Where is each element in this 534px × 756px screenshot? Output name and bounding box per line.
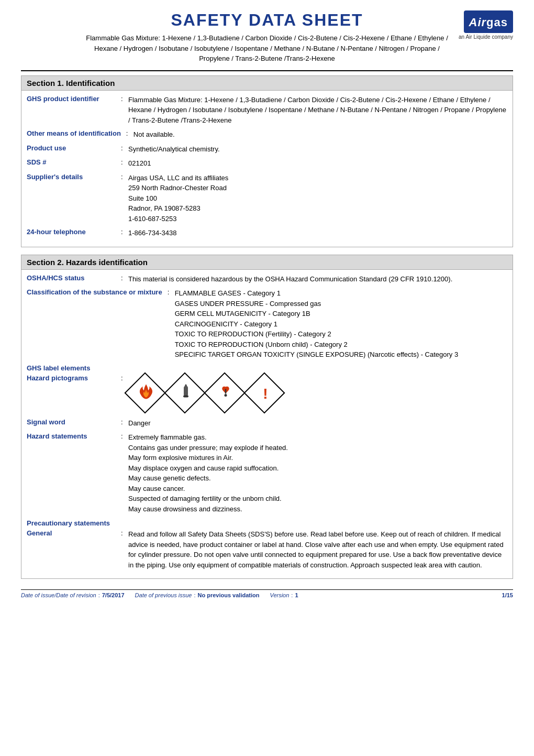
svg-point-4: [225, 394, 227, 397]
classification-value: FLAMMABLE GASES - Category 1 GASES UNDER…: [175, 288, 507, 360]
telephone-label: 24-hour telephone: [27, 228, 121, 236]
classification-row: Classification of the substance or mixtu…: [27, 288, 507, 360]
date-previous-label: Date of previous issue: [135, 592, 192, 598]
page-header: SAFETY DATA SHEET Flammable Gas Mixture:…: [21, 10, 513, 66]
product-use-row: Product use : Synthetic/Analytical chemi…: [27, 144, 507, 155]
hazard-pictograms-row: Hazard pictograms :: [27, 374, 507, 414]
page-title: SAFETY DATA SHEET: [84, 10, 450, 30]
telephone-row: 24-hour telephone : 1-866-734-3438: [27, 228, 507, 238]
gas-cylinder-pictogram: [168, 376, 204, 412]
osha-row: OSHA/HCS status : This material is consi…: [27, 274, 507, 284]
general-row: General : Read and follow all Safety Dat…: [27, 529, 507, 570]
svg-rect-3: [183, 395, 188, 397]
hazard-statements-label: Hazard statements: [27, 432, 121, 440]
section-2-hazards: Section 2. Hazards identification OSHA/H…: [21, 255, 513, 579]
company-logo: Airgas: [464, 10, 513, 33]
health-hazard-icon: [219, 384, 232, 404]
signal-word-value: Danger: [128, 418, 507, 429]
flame-pictogram: [128, 376, 164, 412]
page-footer: Date of issue/Date of revision : 7/5/201…: [21, 589, 513, 598]
gas-cylinder-icon: [180, 384, 192, 404]
ghs-product-identifier-label: GHS product identifier: [27, 95, 121, 103]
precautionary-statements-heading: Precautionary statements: [27, 519, 507, 527]
section-1-body: GHS product identifier : Flammable Gas M…: [21, 91, 513, 247]
logo-sub: an Air Liquide company: [459, 34, 513, 40]
version-label: Version: [270, 592, 289, 598]
date-previous-value: No previous validation: [197, 592, 259, 598]
general-label: General: [27, 529, 121, 537]
hazard-statements-row: Hazard statements : Extremely flammable …: [27, 432, 507, 514]
version-item: Version : 1: [270, 592, 298, 598]
svg-rect-0: [184, 386, 188, 396]
section-1-header: Section 1. Identification: [21, 76, 513, 91]
footer-left: Date of issue/Date of revision : 7/5/201…: [21, 592, 298, 598]
other-means-label: Other means of identification: [27, 129, 126, 137]
health-hazard-pictogram: [208, 376, 243, 412]
section-1-identification: Section 1. Identification GHS product id…: [21, 75, 513, 247]
page-number: 1/15: [502, 592, 513, 598]
pictograms-row: !: [128, 374, 507, 414]
hazard-pictograms-value: !: [128, 374, 507, 414]
product-use-label: Product use: [27, 144, 121, 152]
footer-right: 1/15: [502, 592, 513, 598]
ghs-label-elements-heading: GHS label elements: [27, 364, 507, 372]
ghs-product-identifier-row: GHS product identifier : Flammable Gas M…: [27, 95, 507, 126]
osha-value: This material is considered hazardous by…: [128, 274, 507, 284]
product-use-value: Synthetic/Analytical chemistry.: [128, 144, 507, 155]
other-means-row: Other means of identification : Not avai…: [27, 129, 507, 140]
signal-word-row: Signal word : Danger: [27, 418, 507, 429]
date-issue-value: 7/5/2017: [102, 592, 125, 598]
header-text-block: SAFETY DATA SHEET Flammable Gas Mixture:…: [84, 10, 450, 66]
section-2-header: Section 2. Hazards identification: [21, 255, 513, 270]
sds-row: SDS # : 021201: [27, 158, 507, 169]
classification-label: Classification of the substance or mixtu…: [27, 288, 168, 296]
osha-label: OSHA/HCS status: [27, 274, 121, 282]
hazard-pictograms-label: Hazard pictograms: [27, 374, 121, 382]
ghs-product-identifier-value: Flammable Gas Mixture: 1-Hexene / 1,3-Bu…: [128, 95, 507, 126]
date-issue-item: Date of issue/Date of revision : 7/5/201…: [21, 592, 125, 598]
supplier-label: Supplier's details: [27, 173, 121, 181]
sds-value: 021201: [128, 158, 507, 169]
page-number-value: 1/15: [502, 592, 513, 598]
general-value: Read and follow all Safety Data Sheets (…: [128, 529, 507, 570]
logo-area: Airgas an Air Liquide company: [450, 10, 513, 40]
flame-icon: [139, 383, 153, 404]
hazard-statements-value: Extremely flammable gas. Contains gas un…: [128, 432, 507, 514]
exclamation-pictogram: !: [248, 376, 283, 412]
section-2-body: OSHA/HCS status : This material is consi…: [21, 270, 513, 579]
supplier-value: Airgas USA, LLC and its affiliates 259 N…: [128, 173, 507, 224]
telephone-value: 1-866-734-3438: [128, 228, 507, 238]
exclamation-icon: !: [263, 383, 268, 405]
main-divider: [21, 70, 513, 71]
version-value: 1: [295, 592, 298, 598]
logo-text: Airgas: [469, 16, 508, 29]
other-means-value: Not available.: [134, 129, 507, 140]
supplier-row: Supplier's details : Airgas USA, LLC and…: [27, 173, 507, 224]
signal-word-label: Signal word: [27, 418, 121, 426]
date-previous-item: Date of previous issue : No previous val…: [135, 592, 260, 598]
date-issue-label: Date of issue/Date of revision: [21, 592, 96, 598]
product-description: Flammable Gas Mixture: 1-Hexene / 1,3-Bu…: [84, 33, 450, 64]
sds-label: SDS #: [27, 158, 121, 166]
